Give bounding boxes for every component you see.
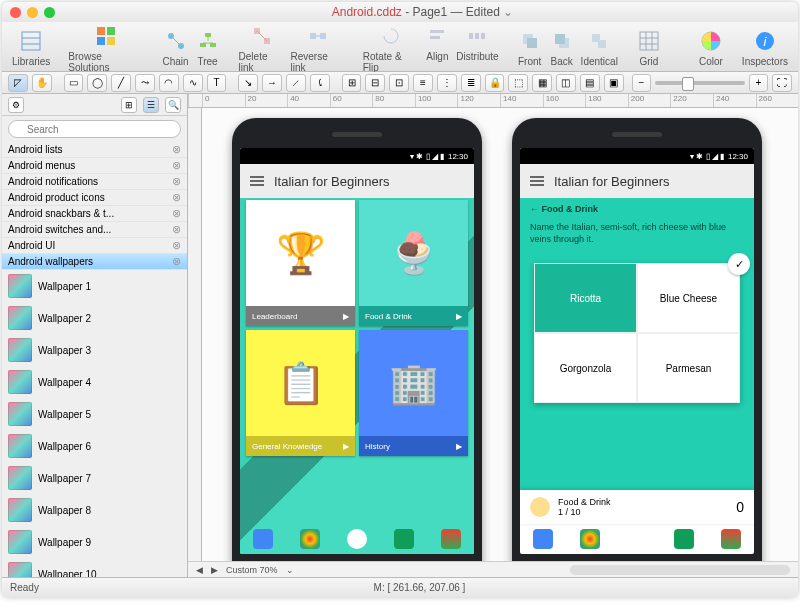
canvas-stage[interactable]: ▾ ✱ ▯ ◢ ▮ 12:30 Italian for Beginners 🏆L… [202,108,798,561]
zoom-label[interactable]: Custom 70% [226,565,278,575]
zoom-out-button[interactable]: − [632,74,652,92]
close-icon[interactable]: ⊗ [172,159,181,172]
hand-tool[interactable]: ✋ [32,74,52,92]
note-tool[interactable]: ▤ [580,74,600,92]
layers-tool[interactable]: ≣ [461,74,481,92]
image-tool[interactable]: ▣ [604,74,624,92]
browse-solutions-button[interactable]: Browse Solutions [68,23,144,73]
zoom-fit-button[interactable]: ⛶ [772,74,792,92]
titlebar: Android.cddz - Page1 — Edited ⌄ [2,2,798,22]
answer-option: Parmesan [637,333,740,403]
close-icon[interactable]: ⊗ [172,175,181,188]
phone-mockup-1[interactable]: ▾ ✱ ▯ ◢ ▮ 12:30 Italian for Beginners 🏆L… [232,118,482,561]
category-card: 🏢History▶ [359,330,468,456]
pointer-tool[interactable]: ◸ [8,74,28,92]
category-item[interactable]: Android snackbars & t...⊗ [2,206,187,222]
connector-tool[interactable]: ⤳ [135,74,155,92]
back-button[interactable]: Back [549,28,575,67]
category-item[interactable]: Android UI⊗ [2,238,187,254]
wallpaper-item[interactable]: Wallpaper 9 [2,526,187,558]
close-icon[interactable]: ⊗ [172,239,181,252]
horizontal-scrollbar[interactable] [570,565,790,575]
align-button[interactable]: Align [424,23,450,73]
table-tool[interactable]: ▦ [532,74,552,92]
close-window-button[interactable] [10,7,21,18]
inspectors-button[interactable]: iInspectors [742,28,788,67]
reverse-link-button[interactable]: Reverse link [291,23,345,73]
color-button[interactable]: Color [698,28,724,67]
group-tool[interactable]: ⊞ [342,74,362,92]
prev-page-button[interactable]: ◀ [196,565,203,575]
delete-link-button[interactable]: Delete link [239,23,285,73]
text-tool[interactable]: T [207,74,227,92]
zoom-in-button[interactable]: + [749,74,769,92]
rotate-flip-button[interactable]: Rotate & Flip [363,23,419,73]
wallpaper-item[interactable]: Wallpaper 1 [2,270,187,302]
close-icon[interactable]: ⊗ [172,191,181,204]
arrow-tool[interactable]: → [262,74,282,92]
category-item[interactable]: Android notifications⊗ [2,174,187,190]
wallpaper-item[interactable]: Wallpaper 6 [2,430,187,462]
chain-button[interactable]: Chain [162,28,188,67]
line-tool[interactable]: ╱ [111,74,131,92]
tree-button[interactable]: Tree [195,28,221,67]
svg-rect-3 [97,27,105,35]
callout-tool[interactable]: ◫ [556,74,576,92]
distribute-tool[interactable]: ⋮ [437,74,457,92]
zoom-slider[interactable] [655,81,744,85]
snap-tool[interactable]: ⊡ [389,74,409,92]
wallpaper-item[interactable]: Wallpaper 2 [2,302,187,334]
category-item[interactable]: Android switches and...⊗ [2,222,187,238]
category-item[interactable]: Android product icons⊗ [2,190,187,206]
wallpaper-item[interactable]: Wallpaper 5 [2,398,187,430]
close-icon[interactable]: ⊗ [172,255,181,268]
crop-tool[interactable]: ⬚ [508,74,528,92]
category-item[interactable]: Android lists⊗ [2,142,187,158]
ungroup-tool[interactable]: ⊟ [365,74,385,92]
category-item[interactable]: Android wallpapers⊗ [2,254,187,270]
quiz-question: Name the Italian, semi-soft, rich cheese… [520,220,754,263]
canvas-area: 020406080100120140160180200220240260 ▾ ✱… [188,94,798,577]
curve-tool[interactable]: ⟋ [286,74,306,92]
search-input[interactable] [8,120,181,138]
svg-rect-30 [598,40,606,48]
app-window: Android.cddz - Page1 — Edited ⌄ Librarie… [2,2,798,597]
category-item[interactable]: Android menus⊗ [2,158,187,174]
ellipse-tool[interactable]: ◯ [87,74,107,92]
wallpaper-item[interactable]: Wallpaper 10 [2,558,187,577]
minimize-window-button[interactable] [27,7,38,18]
identical-button[interactable]: Identical [581,28,618,67]
close-icon[interactable]: ⊗ [172,207,181,220]
wallpaper-item[interactable]: Wallpaper 8 [2,494,187,526]
check-icon: ✓ [728,253,750,275]
close-icon[interactable]: ⊗ [172,223,181,236]
align-tool[interactable]: ≡ [413,74,433,92]
status-bar: ▾ ✱ ▯ ◢ ▮ 12:30 [240,148,474,164]
libraries-button[interactable]: Libraries [12,28,50,67]
lock-tool[interactable]: 🔒 [485,74,505,92]
bezier-tool[interactable]: ⤹ [310,74,330,92]
front-button[interactable]: Front [517,28,543,67]
phone-mockup-2[interactable]: ▾ ✱ ▯ ◢ ▮ 12:30 Italian for Beginners ← … [512,118,762,561]
close-icon[interactable]: ⊗ [172,143,181,156]
next-page-button[interactable]: ▶ [211,565,218,575]
grid-button[interactable]: Grid [636,28,662,67]
wallpaper-item[interactable]: Wallpaper 7 [2,462,187,494]
rect-tool[interactable]: ▭ [64,74,84,92]
spline-tool[interactable]: ∿ [183,74,203,92]
smart-connector-tool[interactable]: ↘ [238,74,258,92]
main-toolbar: Libraries Browse Solutions Chain Tree De… [2,22,798,72]
arc-tool[interactable]: ◠ [159,74,179,92]
vertical-ruler [188,108,202,561]
wallpaper-item[interactable]: Wallpaper 3 [2,334,187,366]
zoom-window-button[interactable] [44,7,55,18]
options-button[interactable]: ⚙ [8,97,24,113]
search-mode-button[interactable]: 🔍 [165,97,181,113]
distribute-button[interactable]: Distribute [456,23,498,73]
wallpaper-thumbnail [8,434,32,458]
list-view-button[interactable]: ☰ [143,97,159,113]
grid-view-button[interactable]: ⊞ [121,97,137,113]
svg-rect-23 [475,33,479,39]
wallpaper-item[interactable]: Wallpaper 4 [2,366,187,398]
svg-rect-11 [200,43,206,47]
